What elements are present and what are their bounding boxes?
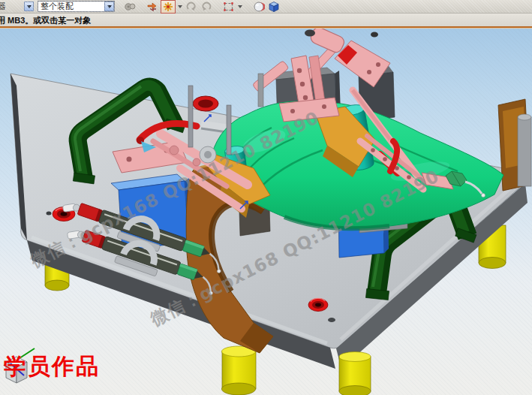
chevron-down-icon [27, 5, 32, 8]
scope-combo-dropdown-button[interactable] [104, 2, 114, 11]
selection-scope-combo[interactable]: 整个装配 [38, 1, 115, 12]
chevron-down-icon[interactable] [178, 5, 182, 8]
status-prompt-text: 用 MB3。或双击某一对象 [0, 15, 91, 26]
support-foot[interactable] [339, 352, 371, 395]
selection-scope-value: 整个装配 [38, 1, 104, 12]
graphics-viewport[interactable]: 微信：gcpx168 QQ:11210 82190 微信：gcpx168 QQ:… [0, 29, 532, 395]
shaded-cube-icon[interactable] [267, 1, 281, 13]
model-scene: 微信：gcpx168 QQ:11210 82190 微信：gcpx168 QQ:… [0, 29, 532, 395]
status-prompt-bar: 用 MB3。或双击某一对象 [0, 13, 532, 27]
selection-toolbar: 器 整个装配 [0, 0, 532, 13]
gray-cylinder[interactable] [518, 114, 531, 186]
rotate-left-icon[interactable] [185, 1, 198, 13]
grommet[interactable] [308, 298, 328, 311]
swap-arrows-icon[interactable] [146, 1, 159, 13]
chevron-down-icon [107, 5, 112, 8]
filter-combo-label: 器 [0, 1, 23, 12]
filter-combo-dropdown-button[interactable] [24, 2, 34, 11]
chevron-down-icon[interactable] [238, 5, 242, 8]
sphere-render-icon[interactable] [252, 1, 266, 13]
marquee-select-icon[interactable] [222, 1, 236, 13]
cad-application-window: 器 整个装配 [0, 0, 532, 395]
gears-icon[interactable] [123, 1, 137, 13]
point-snap-icon[interactable] [161, 0, 176, 14]
support-foot[interactable] [222, 346, 257, 395]
rotate-right-icon[interactable] [200, 1, 213, 13]
student-work-caption: 学员作品 [4, 351, 100, 382]
